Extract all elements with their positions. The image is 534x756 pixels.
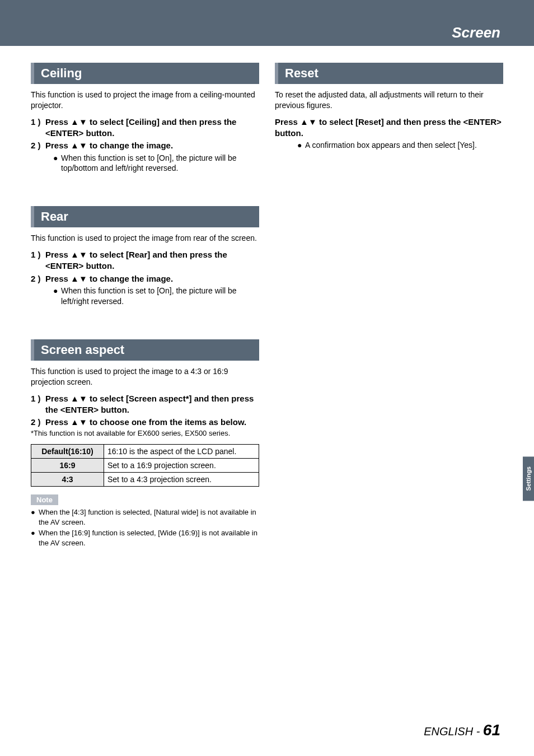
- table-row: 4:3 Set to a 4:3 projection screen.: [31, 473, 259, 487]
- aspect-table: Default(16:10) 16:10 is the aspect of th…: [31, 444, 259, 487]
- bullet-dot-icon: ●: [53, 286, 61, 307]
- aspect-row-desc: Set to a 4:3 projection screen.: [104, 473, 259, 487]
- step-number: 1 ): [31, 249, 45, 272]
- reset-step: Press ▲▼ to select [Reset] and then pres…: [275, 116, 503, 139]
- note-text: When the [4:3] function is selected, [Na…: [39, 507, 259, 527]
- page-header-title: Screen: [452, 24, 500, 41]
- aspect-row-desc: Set to a 16:9 projection screen.: [104, 459, 259, 473]
- step-text: Press ▲▼ to select [Screen aspect*] and …: [45, 393, 259, 416]
- ceiling-step-2: 2 ) Press ▲▼ to change the image.: [31, 140, 259, 151]
- aspect-row-label: 4:3: [31, 473, 104, 487]
- footer-language: ENGLISH -: [424, 725, 483, 738]
- ceiling-step-1: 1 ) Press ▲▼ to select [Ceiling] and the…: [31, 116, 259, 139]
- step-number: 1 ): [31, 116, 45, 139]
- step-text: Press ▲▼ to select [Rear] and then press…: [45, 249, 259, 272]
- bullet-dot-icon: ●: [53, 153, 61, 174]
- rear-intro: This function is used to project the ima…: [31, 233, 259, 244]
- rear-step-1: 1 ) Press ▲▼ to select [Rear] and then p…: [31, 249, 259, 272]
- note-badge: Note: [31, 494, 58, 505]
- page-footer: ENGLISH - 61: [424, 721, 500, 739]
- step-number: 1 ): [31, 393, 45, 416]
- table-row: Default(16:10) 16:10 is the aspect of th…: [31, 445, 259, 459]
- screen-aspect-intro: This function is used to project the ima…: [31, 366, 259, 388]
- step-number: 2 ): [31, 417, 45, 428]
- step-text: Press ▲▼ to choose one from the items as…: [45, 417, 259, 428]
- note-item: ● When the [4:3] function is selected, […: [31, 507, 259, 527]
- bullet-dot-icon: ●: [31, 528, 39, 548]
- table-row: 16:9 Set to a 16:9 projection screen.: [31, 459, 259, 473]
- step-text: Press ▲▼ to change the image.: [45, 140, 259, 151]
- left-column: Ceiling This function is used to project…: [31, 63, 259, 549]
- screen-aspect-footnote: *This function is not available for EX60…: [31, 429, 259, 438]
- right-column: Reset To reset the adjusted data, all ad…: [275, 63, 503, 549]
- reset-intro: To reset the adjusted data, all adjustme…: [275, 90, 503, 111]
- bullet-text: When this function is set to [On], the p…: [61, 286, 259, 307]
- aspect-row-label: 16:9: [31, 459, 104, 473]
- rear-step-2: 2 ) Press ▲▼ to change the image.: [31, 273, 259, 284]
- note-text: When the [16:9] function is selected, [W…: [39, 528, 259, 548]
- ceiling-heading: Ceiling: [31, 63, 259, 84]
- screen-aspect-heading: Screen aspect: [31, 339, 259, 361]
- reset-bullet: ● A confirmation box appears and then se…: [297, 140, 503, 151]
- bullet-text: A confirmation box appears and then sele…: [305, 140, 503, 151]
- ceiling-bullet: ● When this function is set to [On], the…: [53, 153, 259, 174]
- bullet-dot-icon: ●: [31, 507, 39, 527]
- bullet-text: When this function is set to [On], the p…: [61, 153, 259, 174]
- footer-page-number: 61: [483, 721, 500, 739]
- reset-heading: Reset: [275, 63, 503, 84]
- note-list: ● When the [4:3] function is selected, […: [31, 507, 259, 548]
- aspect-row-desc: 16:10 is the aspect of the LCD panel.: [104, 445, 259, 459]
- aspect-row-label: Default(16:10): [31, 445, 104, 459]
- bullet-dot-icon: ●: [297, 140, 305, 151]
- content-columns: Ceiling This function is used to project…: [0, 46, 534, 549]
- rear-bullet: ● When this function is set to [On], the…: [53, 286, 259, 307]
- ceiling-intro: This function is used to project the ima…: [31, 90, 259, 111]
- rear-heading: Rear: [31, 206, 259, 227]
- top-banner: Screen: [0, 0, 534, 46]
- screen-aspect-step-2: 2 ) Press ▲▼ to choose one from the item…: [31, 417, 259, 428]
- step-number: 2 ): [31, 273, 45, 284]
- step-text: Press ▲▼ to select [Ceiling] and then pr…: [45, 116, 259, 139]
- step-number: 2 ): [31, 140, 45, 151]
- screen-aspect-step-1: 1 ) Press ▲▼ to select [Screen aspect*] …: [31, 393, 259, 416]
- note-item: ● When the [16:9] function is selected, …: [31, 528, 259, 548]
- step-text: Press ▲▼ to change the image.: [45, 273, 259, 284]
- step-text: Press ▲▼ to select [Reset] and then pres…: [275, 116, 503, 139]
- side-tab-settings: Settings: [523, 456, 534, 501]
